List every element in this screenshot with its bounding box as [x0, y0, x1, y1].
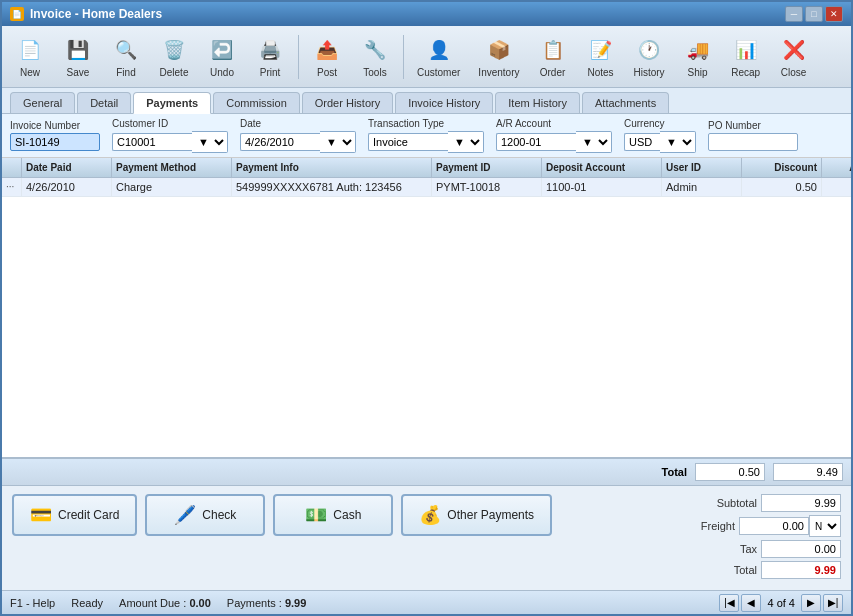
date-label: Date — [240, 118, 356, 129]
page-navigation: |◀ ◀ 4 of 4 ▶ ▶| — [719, 594, 843, 612]
notes-icon: 📝 — [586, 35, 616, 65]
customer-id-select[interactable]: ▼ — [192, 131, 228, 153]
first-page-button[interactable]: |◀ — [719, 594, 739, 612]
total-discount-value: 0.50 — [695, 463, 765, 481]
toolbar-button-notes[interactable]: 📝Notes — [579, 31, 623, 82]
main-window: 📄 Invoice - Home Dealers ─ □ ✕ 📄New💾Save… — [0, 0, 853, 616]
payments-value: 9.99 — [285, 597, 306, 609]
freight-row: Freight N Y — [621, 515, 841, 537]
col-expand — [2, 158, 22, 177]
tab-attachments[interactable]: Attachments — [582, 92, 669, 113]
cash-label: Cash — [333, 508, 361, 522]
toolbar-button-customer[interactable]: 👤Customer — [410, 31, 467, 82]
toolbar-button-order[interactable]: 📋Order — [531, 31, 575, 82]
tab-commission[interactable]: Commission — [213, 92, 300, 113]
po-number-group: PO Number — [708, 120, 798, 151]
total-summary-row: Total — [621, 561, 841, 579]
ar-account-select[interactable]: ▼ — [576, 131, 612, 153]
payments-label: Payments : 9.99 — [227, 597, 307, 609]
other-payments-button[interactable]: 💰 Other Payments — [401, 494, 552, 536]
col-discount: Discount — [742, 158, 822, 177]
currency-input[interactable] — [624, 133, 660, 151]
title-controls: ─ □ ✕ — [785, 6, 843, 22]
tab-invoice-history[interactable]: Invoice History — [395, 92, 493, 113]
col-date-paid: Date Paid — [22, 158, 112, 177]
credit-card-button[interactable]: 💳 Credit Card — [12, 494, 137, 536]
minimize-button[interactable]: ─ — [785, 6, 803, 22]
tab-item-history[interactable]: Item History — [495, 92, 580, 113]
tab-order-history[interactable]: Order History — [302, 92, 393, 113]
close-button[interactable]: ✕ — [825, 6, 843, 22]
toolbar-button-tools[interactable]: 🔧Tools — [353, 31, 397, 82]
date-select[interactable]: ▼ — [320, 131, 356, 153]
freight-value[interactable] — [739, 517, 809, 535]
currency-group: Currency ▼ — [624, 118, 696, 153]
expand-icon[interactable]: ··· — [2, 178, 22, 196]
totals-row: Total 0.50 9.49 — [2, 457, 851, 485]
user-id-cell: Admin — [662, 178, 742, 196]
ship-icon: 🚚 — [683, 35, 713, 65]
print-label: Print — [260, 67, 281, 78]
total-amount-value: 9.49 — [773, 463, 843, 481]
ar-account-input[interactable] — [496, 133, 576, 151]
prev-page-button[interactable]: ◀ — [741, 594, 761, 612]
next-page-button[interactable]: ▶ — [801, 594, 821, 612]
toolbar-button-recap[interactable]: 📊Recap — [724, 31, 768, 82]
discount-cell: 0.50 — [742, 178, 822, 196]
total-summary-value[interactable] — [761, 561, 841, 579]
tab-detail[interactable]: Detail — [77, 92, 131, 113]
find-label: Find — [116, 67, 135, 78]
ar-account-group: A/R Account ▼ — [496, 118, 612, 153]
toolbar-button-inventory[interactable]: 📦Inventory — [471, 31, 526, 82]
tab-payments[interactable]: Payments — [133, 92, 211, 114]
ar-account-label: A/R Account — [496, 118, 612, 129]
payment-id-cell: PYMT-10018 — [432, 178, 542, 196]
toolbar-button-ship[interactable]: 🚚Ship — [676, 31, 720, 82]
recap-icon: 📊 — [731, 35, 761, 65]
po-number-input[interactable] — [708, 133, 798, 151]
undo-label: Undo — [210, 67, 234, 78]
customer-id-input[interactable] — [112, 133, 192, 151]
total-summary-label: Total — [697, 564, 757, 576]
cash-button[interactable]: 💵 Cash — [273, 494, 393, 536]
grid-header: Date Paid Payment Method Payment Info Pa… — [2, 158, 851, 178]
tax-value[interactable] — [761, 540, 841, 558]
maximize-button[interactable]: □ — [805, 6, 823, 22]
history-label: History — [634, 67, 665, 78]
toolbar-button-close[interactable]: ❌Close — [772, 31, 816, 82]
invoice-number-input[interactable] — [10, 133, 100, 151]
recap-label: Recap — [731, 67, 760, 78]
toolbar-button-history[interactable]: 🕐History — [627, 31, 672, 82]
new-icon: 📄 — [15, 35, 45, 65]
last-page-button[interactable]: ▶| — [823, 594, 843, 612]
check-icon: 🖊️ — [174, 504, 196, 526]
toolbar-button-new[interactable]: 📄New — [8, 31, 52, 82]
payment-buttons: 💳 Credit Card 🖊️ Check 💵 Cash 💰 Other Pa… — [12, 494, 611, 536]
transaction-type-input[interactable] — [368, 133, 448, 151]
currency-select[interactable]: ▼ — [660, 131, 696, 153]
col-user-id: User ID — [662, 158, 742, 177]
toolbar-button-find[interactable]: 🔍Find — [104, 31, 148, 82]
check-button[interactable]: 🖊️ Check — [145, 494, 265, 536]
transaction-type-select[interactable]: ▼ — [448, 131, 484, 153]
payment-method-cell: Charge — [112, 178, 232, 196]
col-payment-id: Payment ID — [432, 158, 542, 177]
post-icon: 📤 — [312, 35, 342, 65]
col-payment-info: Payment Info — [232, 158, 432, 177]
subtotal-value[interactable] — [761, 494, 841, 512]
bottom-area: 💳 Credit Card 🖊️ Check 💵 Cash 💰 Other Pa… — [2, 485, 851, 590]
toolbar-button-post[interactable]: 📤Post — [305, 31, 349, 82]
tools-icon: 🔧 — [360, 35, 390, 65]
toolbar-button-delete[interactable]: 🗑️Delete — [152, 31, 196, 82]
title-bar-left: 📄 Invoice - Home Dealers — [10, 7, 162, 21]
date-input[interactable] — [240, 133, 320, 151]
toolbar-button-undo[interactable]: ↩️Undo — [200, 31, 244, 82]
toolbar-button-print[interactable]: 🖨️Print — [248, 31, 292, 82]
toolbar-button-save[interactable]: 💾Save — [56, 31, 100, 82]
table-row[interactable]: ··· 4/26/2010 Charge 549999XXXXX6781 Aut… — [2, 178, 851, 197]
status-text: Ready — [71, 597, 103, 609]
tab-general[interactable]: General — [10, 92, 75, 113]
transaction-type-label: Transaction Type — [368, 118, 484, 129]
amount-due-label: Amount Due : 0.00 — [119, 597, 211, 609]
freight-type-select[interactable]: N Y — [809, 515, 841, 537]
